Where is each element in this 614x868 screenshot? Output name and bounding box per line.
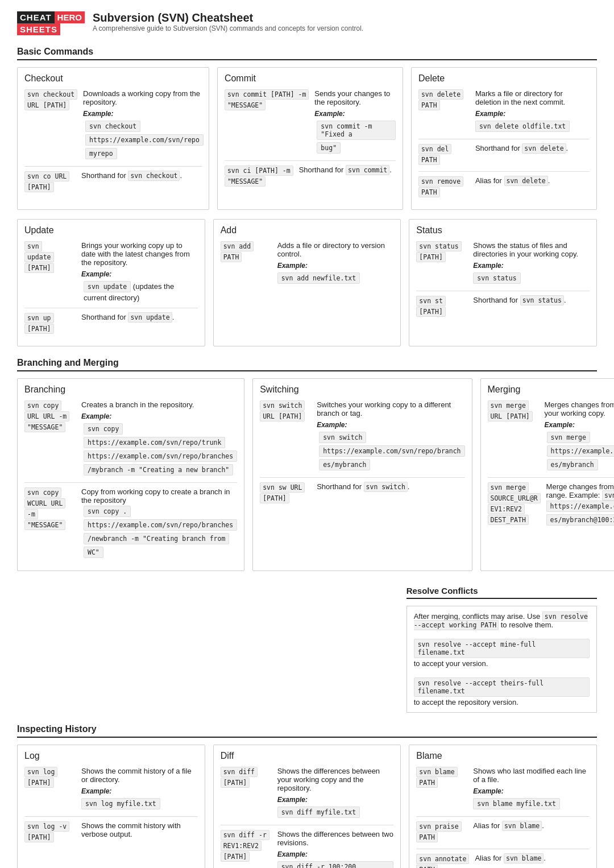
merging-row-1: svn merge URL [PATH] Merges changes from… bbox=[488, 400, 614, 472]
page-title: Subversion (SVN) Cheatsheet bbox=[93, 11, 363, 24]
delete-cmd-2: svn del PATH bbox=[418, 144, 470, 166]
delete-key-4: PATH bbox=[418, 155, 440, 165]
logo-sheets: SHEETS bbox=[17, 23, 60, 35]
blame-divider-2 bbox=[416, 849, 590, 849]
delete-key-6: PATH bbox=[418, 187, 440, 197]
diff-card: Diff svn diff [PATH] Shows the differenc… bbox=[213, 745, 401, 868]
blame-card: Blame svn blame PATH Shows who last modi… bbox=[409, 745, 597, 868]
resolve-card: After merging, conflicts may arise. Use … bbox=[406, 606, 597, 713]
commit-divider bbox=[225, 160, 396, 161]
branching-key-2: URL URL -m bbox=[24, 411, 69, 421]
blame-row-2: svn praise PATH Alias for svn blame. bbox=[416, 821, 590, 843]
log-row-1: svn log [PATH] Shows the commit history … bbox=[24, 767, 198, 811]
branching-cmd-1: svn copy URL URL -m "MESSAGE" bbox=[24, 400, 76, 433]
commit-key-3: svn ci [PATH] -m bbox=[225, 166, 293, 176]
branching-grid: Branching svn copy URL URL -m "MESSAGE" … bbox=[17, 378, 597, 571]
checkout-cmd-1: svn checkout URL [PATH] bbox=[24, 89, 77, 111]
blame-key-2: PATH bbox=[416, 778, 438, 788]
log-cmd-2: svn log -v [PATH] bbox=[24, 821, 76, 843]
log-desc-2: Shows the commit history with verbose ou… bbox=[81, 821, 198, 838]
update-key-1: svn bbox=[24, 241, 42, 251]
update-key-4: svn up bbox=[24, 313, 54, 323]
switching-key-1: svn switch bbox=[260, 400, 305, 411]
checkout-key-1: svn checkout bbox=[24, 89, 77, 100]
merging-cmd-2: svn merge SOURCE_URL@R EV1:REV2 DEST_PAT… bbox=[488, 482, 541, 526]
delete-desc-2: Shorthand for svn delete. bbox=[475, 144, 590, 152]
update-cmd-2: svn up [PATH] bbox=[24, 313, 76, 334]
status-divider bbox=[416, 291, 590, 291]
status-key-3: svn st bbox=[416, 296, 446, 306]
checkout-cmd-2: svn co URL [PATH] bbox=[24, 171, 76, 193]
status-desc-1: Shows the status of files and directorie… bbox=[473, 241, 590, 285]
branching-key-7: "MESSAGE" bbox=[24, 520, 65, 530]
commit-desc-2: Shorthand for svn commit. bbox=[299, 166, 396, 174]
add-card: Add svn add PATH Adds a file or director… bbox=[213, 219, 401, 346]
history-section-title: Inspecting History bbox=[17, 724, 597, 738]
branching-row-1: svn copy URL URL -m "MESSAGE" Creates a … bbox=[24, 400, 237, 477]
merging-card: Merging svn merge URL [PATH] Merges chan… bbox=[480, 378, 614, 571]
merging-divider bbox=[488, 477, 614, 478]
diff-divider bbox=[221, 825, 394, 825]
log-cmd-1: svn log [PATH] bbox=[24, 767, 76, 788]
diff-cmd-1: svn diff [PATH] bbox=[221, 767, 272, 788]
delete-desc-1: Marks a file or directory for deletion i… bbox=[475, 89, 590, 133]
update-title: Update bbox=[24, 225, 198, 235]
blame-desc-2: Alias for svn blame. bbox=[473, 821, 590, 830]
commit-key-1: svn commit [PATH] -m bbox=[225, 89, 309, 100]
status-card: Status svn status [PATH] Shows the statu… bbox=[409, 219, 597, 346]
resolve-title: Resolve Conflicts bbox=[406, 586, 597, 599]
blame-cmd-3: svn annotate PATH bbox=[416, 854, 469, 868]
diff-cmd-2: svn diff -r REV1:REV2 [PATH] bbox=[221, 830, 272, 862]
update-key-3: [PATH] bbox=[24, 263, 54, 273]
log-key-1: svn log bbox=[24, 767, 57, 777]
switching-desc-2: Shorthand for svn switch. bbox=[317, 482, 464, 491]
branching-title: Branching bbox=[24, 385, 237, 395]
blame-row-3: svn annotate PATH Alias for svn blame. bbox=[416, 854, 590, 868]
switching-row-1: svn switch URL [PATH] Switches your work… bbox=[260, 400, 464, 472]
checkout-row-1: svn checkout URL [PATH] Downloads a work… bbox=[24, 89, 202, 160]
blame-key-4: PATH bbox=[416, 832, 438, 842]
delete-row-2: svn del PATH Shorthand for svn delete. bbox=[418, 144, 590, 166]
merging-key-3: svn merge bbox=[488, 482, 529, 493]
delete-desc-3: Alias for svn delete. bbox=[475, 176, 590, 185]
branching-desc-2: Copy from working copy to create a branc… bbox=[81, 487, 237, 559]
diff-key-5: [PATH] bbox=[221, 852, 250, 862]
status-key-4: [PATH] bbox=[416, 307, 446, 317]
status-row-1: svn status [PATH] Shows the status of fi… bbox=[416, 241, 590, 285]
update-divider bbox=[24, 308, 198, 308]
diff-key-3: svn diff -r bbox=[221, 830, 269, 840]
diff-row-2: svn diff -r REV1:REV2 [PATH] Shows the d… bbox=[221, 830, 394, 868]
logo: CHEAT HERO SHEETS bbox=[17, 11, 85, 35]
branching-cmd-2: svn copy WCURL URL -m "MESSAGE" bbox=[24, 487, 76, 531]
page-subtitle: A comprehensive guide to Subversion (SVN… bbox=[93, 24, 363, 32]
diff-desc-2: Shows the differences between two revisi… bbox=[277, 830, 394, 868]
diff-row-1: svn diff [PATH] Shows the differences be… bbox=[221, 767, 394, 819]
checkout-desc-1: Downloads a working copy from the reposi… bbox=[83, 89, 204, 160]
delete-key-1: svn delete bbox=[418, 89, 463, 100]
checkout-row-2: svn co URL [PATH] Shorthand for svn chec… bbox=[24, 171, 202, 193]
checkout-desc-2: Shorthand for svn checkout. bbox=[81, 171, 202, 180]
update-key-5: [PATH] bbox=[24, 324, 54, 334]
add-desc-1: Adds a file or directory to version cont… bbox=[277, 241, 394, 285]
logo-cheat: CHEAT bbox=[17, 11, 55, 23]
update-row-2: svn up [PATH] Shorthand for svn update. bbox=[24, 313, 198, 334]
log-card: Log svn log [PATH] Shows the commit hist… bbox=[17, 745, 205, 868]
merging-key-2: URL [PATH] bbox=[488, 411, 533, 421]
merging-title: Merging bbox=[488, 385, 614, 395]
switching-card: Switching svn switch URL [PATH] Switches… bbox=[252, 378, 472, 571]
switching-desc-1: Switches your working copy to a differen… bbox=[317, 400, 464, 472]
delete-cmd-3: svn remove PATH bbox=[418, 176, 470, 198]
log-title: Log bbox=[24, 751, 198, 761]
blame-title: Blame bbox=[416, 751, 590, 761]
commit-card: Commit svn commit [PATH] -m "MESSAGE" Se… bbox=[217, 67, 403, 210]
checkout-key-2: URL [PATH] bbox=[24, 100, 69, 110]
status-title: Status bbox=[416, 225, 590, 235]
branching-key-3: "MESSAGE" bbox=[24, 422, 65, 432]
basic-section-title: Basic Commands bbox=[17, 47, 597, 60]
add-key-1: svn add bbox=[221, 241, 254, 251]
checkout-key-4: [PATH] bbox=[24, 182, 54, 192]
blame-cmd-2: svn praise PATH bbox=[416, 821, 467, 843]
delete-title: Delete bbox=[418, 73, 590, 84]
branching-divider bbox=[24, 482, 237, 483]
blame-cmd-1: svn blame PATH bbox=[416, 767, 467, 788]
